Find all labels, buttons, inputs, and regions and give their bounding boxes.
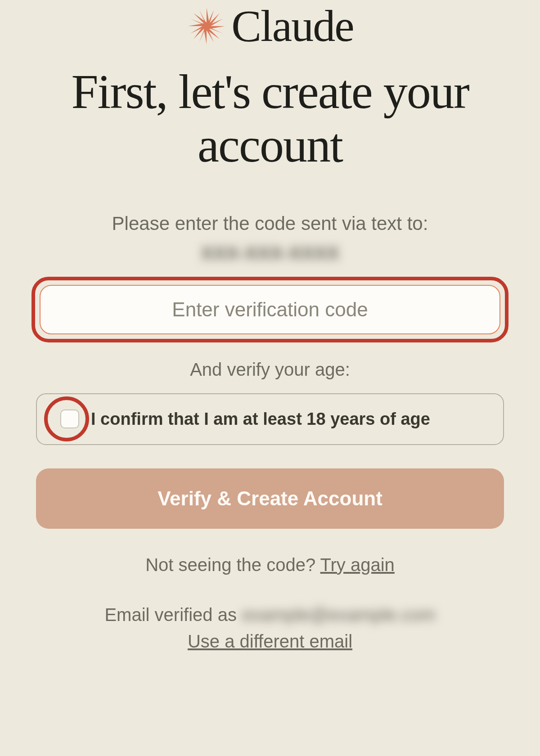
age-confirm-checkbox[interactable]	[60, 410, 79, 428]
logo-text: Claude	[231, 0, 353, 52]
age-checkbox-container: I confirm that I am at least 18 years of…	[36, 393, 504, 445]
phone-number-redacted: XXX-XXX-XXXX	[201, 243, 339, 264]
claude-starburst-icon	[186, 6, 227, 46]
verify-create-account-button[interactable]: Verify & Create Account	[36, 468, 504, 529]
logo: Claude	[186, 0, 353, 52]
age-verify-label: And verify your age:	[190, 360, 350, 380]
try-again-link[interactable]: Try again	[320, 555, 395, 575]
retry-prefix: Not seeing the code?	[145, 555, 320, 575]
retry-line: Not seeing the code? Try again	[145, 555, 395, 575]
email-verified-line: Email verified as example@example.com	[104, 605, 435, 625]
use-different-email-link[interactable]: Use a different email	[188, 631, 352, 652]
email-address-redacted: example@example.com	[242, 605, 436, 625]
age-confirm-text: I confirm that I am at least 18 years of…	[91, 410, 430, 429]
code-instruction: Please enter the code sent via text to:	[112, 213, 428, 234]
page-title: First, let's create your account	[0, 65, 540, 172]
code-input-highlight	[32, 277, 508, 342]
verification-code-input[interactable]	[43, 288, 497, 331]
email-prefix: Email verified as	[104, 605, 236, 625]
code-input-container	[40, 285, 500, 334]
